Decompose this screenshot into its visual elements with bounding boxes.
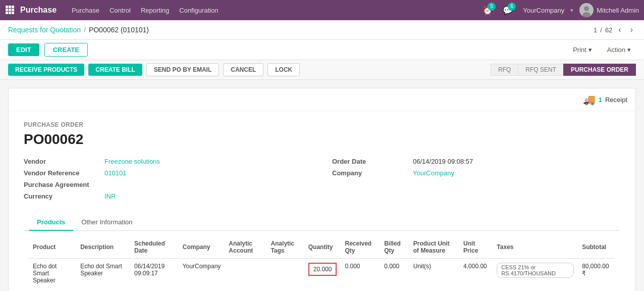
col-unit-price: Unit Price	[459, 236, 493, 259]
company-dropdown-icon[interactable]: ▾	[570, 7, 573, 14]
table-header-row: Product Description Scheduled Date Compa…	[29, 236, 615, 259]
currency-value[interactable]: INR	[104, 192, 116, 200]
breadcrumb-parent[interactable]: Requests for Quotation	[8, 26, 81, 34]
col-analytic-account: Analytic Account	[225, 236, 266, 259]
svg-rect-3	[6, 9, 8, 11]
quantity-cell[interactable]: 20.000	[308, 263, 337, 276]
user-avatar	[579, 3, 594, 17]
lock-button[interactable]: LOCK	[267, 63, 300, 76]
messages-badge: 6	[508, 3, 516, 11]
grid-icon[interactable]	[5, 5, 14, 16]
company-field-row: Company YourCompany	[332, 169, 620, 177]
left-fields: Vendor Freezone solutions Vendor Referen…	[24, 158, 312, 204]
messages-icon[interactable]: 💬 6	[503, 6, 513, 15]
edit-button[interactable]: EDIT	[8, 43, 39, 56]
doc-number: PO00062	[24, 131, 620, 148]
user-name: Mitchell Admin	[597, 7, 639, 14]
vendor-value[interactable]: Freezone solutions	[104, 158, 160, 165]
svg-rect-8	[12, 12, 14, 14]
pagination: 1 / 62 ‹ ›	[594, 24, 636, 35]
nav-reporting[interactable]: Reporting	[141, 7, 169, 14]
company-field-value[interactable]: YourCompany	[413, 169, 454, 177]
svg-rect-4	[9, 9, 11, 11]
svg-rect-0	[6, 6, 8, 8]
tabs: Products Other Information	[24, 214, 620, 231]
svg-rect-1	[9, 6, 11, 8]
svg-rect-7	[9, 12, 11, 14]
user-menu[interactable]: Mitchell Admin	[579, 3, 639, 17]
col-received-qty: Received Qty	[341, 236, 380, 259]
row-subtotal: 80,000.00 ₹	[578, 259, 615, 288]
action-button[interactable]: Action ▾	[602, 43, 636, 56]
row-scheduled-date: 06/14/2019 09:09:17	[130, 259, 179, 288]
pagination-current: 1	[594, 26, 597, 34]
activities-icon[interactable]: ⏰ 5	[482, 6, 493, 15]
workflow-step-purchase-order: PURCHASE ORDER	[563, 64, 636, 76]
products-table-container: Product Description Scheduled Date Compa…	[24, 231, 620, 288]
svg-rect-5	[12, 9, 14, 11]
company-selector[interactable]: YourCompany	[523, 7, 564, 14]
tab-products[interactable]: Products	[29, 214, 73, 231]
row-uom: Unit(s)	[409, 259, 459, 288]
action-dropdown-icon: ▾	[627, 46, 631, 54]
col-quantity: Quantity	[304, 236, 341, 259]
breadcrumb: Requests for Quotation / PO00062 (010101…	[8, 26, 149, 34]
row-analytic-account	[225, 259, 266, 288]
row-analytic-tags	[266, 259, 304, 288]
truck-icon: 🚚	[583, 93, 596, 106]
nav-control[interactable]: Control	[110, 7, 131, 14]
print-button[interactable]: Print ▾	[568, 43, 597, 56]
tab-other-information[interactable]: Other Information	[73, 214, 140, 231]
vendor-ref-field-row: Vendor Reference 010101	[24, 169, 312, 177]
send-po-by-email-button[interactable]: SEND PO BY EMAIL	[146, 63, 219, 76]
cancel-button[interactable]: CANCEL	[223, 63, 263, 76]
right-fields: Order Date 06/14/2019 09:08:57 Company Y…	[332, 158, 620, 204]
products-table: Product Description Scheduled Date Compa…	[29, 236, 615, 288]
col-taxes: Taxes	[493, 236, 578, 259]
nav-configuration[interactable]: Configuration	[179, 7, 218, 14]
action-label: Action	[607, 46, 625, 54]
nav-purchase[interactable]: Purchase	[72, 7, 99, 14]
print-label: Print	[573, 46, 586, 54]
receipt-link[interactable]: 🚚 1 Receipt	[583, 93, 627, 106]
row-description: Echo dot Smart Speaker	[76, 259, 130, 288]
row-taxes: CESS 21% or RS.4170/THOUSAND	[493, 259, 578, 288]
main-content: 🚚 1 Receipt Purchase Order PO00062 Vendo…	[0, 80, 644, 291]
purchase-agreement-label: Purchase Agreement	[24, 181, 104, 188]
row-unit-price: 4,000.00	[459, 259, 493, 288]
col-uom: Product Unit of Measure	[409, 236, 459, 259]
col-company: Company	[179, 236, 225, 259]
top-right-section: ⏰ 5 💬 6 YourCompany ▾ Mitchell Admin	[482, 3, 639, 17]
order-date-field-row: Order Date 06/14/2019 09:08:57	[332, 158, 620, 165]
print-dropdown-icon: ▾	[588, 46, 592, 54]
receive-products-button[interactable]: RECEIVE PRODUCTS	[8, 64, 84, 76]
receipt-count: 1	[599, 96, 602, 104]
currency-field-row: Currency INR	[24, 192, 312, 200]
col-description: Description	[76, 236, 130, 259]
vendor-ref-value[interactable]: 010101	[104, 169, 126, 177]
col-subtotal: Subtotal	[578, 236, 615, 259]
vendor-label: Vendor	[24, 158, 104, 165]
row-quantity[interactable]: 20.000	[304, 259, 341, 288]
prev-record-button[interactable]: ‹	[615, 24, 624, 35]
create-button[interactable]: CREATE	[44, 43, 88, 57]
nav-links: Purchase Control Reporting Configuration	[72, 7, 482, 14]
create-bill-button[interactable]: CREATE BILL	[88, 64, 142, 76]
svg-rect-2	[12, 6, 14, 8]
doc-type-label: Purchase Order	[24, 121, 620, 128]
action-bar: EDIT CREATE Print ▾ Action ▾	[0, 40, 644, 60]
breadcrumb-bar: Requests for Quotation / PO00062 (010101…	[0, 20, 644, 40]
row-product[interactable]: Echo dot Smart Speaker	[29, 259, 76, 288]
next-record-button[interactable]: ›	[627, 24, 636, 35]
breadcrumb-separator: /	[84, 26, 86, 34]
currency-label: Currency	[24, 192, 104, 200]
col-billed-qty: Billed Qty	[380, 236, 409, 259]
col-scheduled-date: Scheduled Date	[130, 236, 179, 259]
row-company: YourCompany	[179, 259, 225, 288]
order-date-label: Order Date	[332, 158, 413, 165]
receipt-bar: 🚚 1 Receipt	[9, 88, 635, 111]
company-field-label: Company	[332, 169, 413, 177]
form-body: Purchase Order PO00062 Vendor Freezone s…	[9, 111, 635, 291]
form-card: 🚚 1 Receipt Purchase Order PO00062 Vendo…	[8, 88, 636, 291]
vendor-ref-label: Vendor Reference	[24, 169, 104, 177]
